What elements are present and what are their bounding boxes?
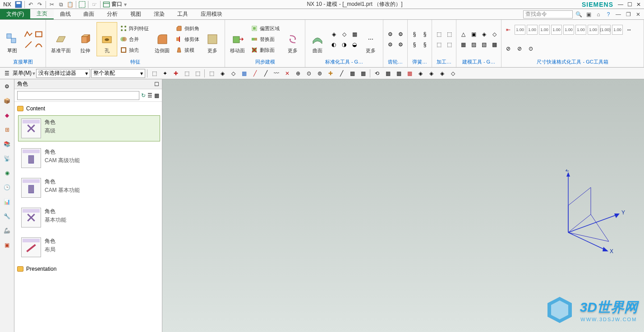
- file-tab[interactable]: 文件(F): [0, 9, 30, 19]
- shell-button[interactable]: 抽壳: [118, 45, 151, 55]
- paste-icon[interactable]: 📋: [66, 0, 74, 9]
- mach-ico3[interactable]: ⬚: [434, 40, 444, 50]
- surf-ico2[interactable]: ◇: [339, 29, 349, 39]
- arc-icon[interactable]: [34, 40, 44, 50]
- mt-ico4[interactable]: ◇: [489, 29, 499, 39]
- sel-ico14[interactable]: ⊕: [293, 68, 303, 78]
- list-view-icon[interactable]: ☰: [147, 92, 152, 99]
- save-icon[interactable]: [14, 0, 23, 9]
- sel-ico20[interactable]: ▦: [358, 68, 368, 78]
- maximize-button[interactable]: ☐: [626, 1, 633, 8]
- hole-button[interactable]: 孔: [97, 22, 117, 56]
- search-icon[interactable]: 🔍: [575, 10, 583, 18]
- trim-body-button[interactable]: 修剪体: [174, 34, 201, 44]
- gear-ico1[interactable]: ⚙: [385, 29, 395, 39]
- sel-ico16[interactable]: ⊚: [315, 68, 325, 78]
- folder-presentation[interactable]: Presentation: [16, 264, 160, 274]
- surf-ico3[interactable]: ▦: [350, 29, 359, 39]
- sel-ico5[interactable]: ⬚: [193, 68, 202, 78]
- system-icon[interactable]: 🔧: [2, 211, 13, 222]
- home-icon[interactable]: ⌂: [594, 10, 603, 18]
- undo-icon[interactable]: ↶: [27, 0, 35, 9]
- view-ico8[interactable]: ◇: [448, 68, 458, 78]
- dim-val-3[interactable]: 1.00: [539, 25, 550, 35]
- combine-button[interactable]: 合并: [118, 34, 151, 44]
- chamfer-button[interactable]: 倒斜角: [174, 23, 201, 33]
- window-icon[interactable]: [102, 0, 110, 9]
- folder-content[interactable]: Content: [16, 104, 160, 114]
- close-button[interactable]: ✕: [635, 1, 642, 8]
- robot-icon[interactable]: 🦾: [2, 225, 13, 236]
- sel-ico17[interactable]: ✚: [326, 68, 336, 78]
- sel-ico18[interactable]: ╱: [336, 68, 346, 78]
- cut-icon[interactable]: ✂: [48, 0, 56, 9]
- tab-home[interactable]: 主页: [30, 9, 54, 19]
- mdi-close-icon[interactable]: ✕: [634, 10, 642, 18]
- tab-analysis[interactable]: 分析: [101, 9, 124, 19]
- window-menu-label[interactable]: 窗口: [111, 0, 122, 8]
- mdi-minimize-icon[interactable]: —: [614, 10, 622, 18]
- mt-ico8[interactable]: ▩: [489, 40, 499, 50]
- dim-ico3[interactable]: ⊘: [503, 44, 513, 54]
- tab-view[interactable]: 视图: [124, 9, 147, 19]
- datum-plane-button[interactable]: 基准平面: [48, 22, 74, 56]
- help-icon[interactable]: ?: [604, 10, 612, 18]
- view-ico3[interactable]: ▦: [394, 68, 404, 78]
- feed-icon[interactable]: 📡: [2, 153, 13, 164]
- move-face-button[interactable]: 移动面: [227, 22, 248, 56]
- select-icon[interactable]: [78, 0, 86, 9]
- spring-ico2[interactable]: §: [420, 29, 430, 39]
- surf-ico6[interactable]: ◒: [350, 40, 359, 50]
- gear-ico2[interactable]: ⚙: [396, 29, 405, 39]
- layout-icon[interactable]: ▣: [584, 10, 593, 18]
- mt-ico6[interactable]: ▨: [469, 40, 478, 50]
- role-item-cam-basic[interactable]: 角色CAM 基本功能: [18, 175, 160, 201]
- dim-val-5[interactable]: 1.00: [563, 25, 574, 35]
- reuse-lib-icon[interactable]: 📚: [2, 139, 13, 150]
- tab-tools[interactable]: 工具: [171, 9, 194, 19]
- rectangle-icon[interactable]: [34, 29, 44, 39]
- sel-ico2[interactable]: ✦: [160, 68, 170, 78]
- pattern-button[interactable]: 阵列特征: [118, 23, 151, 33]
- sel-ico7[interactable]: ◈: [217, 68, 227, 78]
- surface-button[interactable]: 曲面: [307, 22, 328, 56]
- mt-ico7[interactable]: ▧: [479, 40, 489, 50]
- spring-ico4[interactable]: §: [420, 40, 430, 50]
- dim-ico5[interactable]: ⊙: [526, 44, 536, 54]
- dim-val-2[interactable]: 1.00: [527, 25, 538, 35]
- constraint-nav-icon[interactable]: ⊞: [2, 124, 13, 135]
- dim-val-9[interactable]: 1.00: [612, 25, 623, 35]
- assembly-nav-icon[interactable]: ◆: [2, 110, 13, 121]
- sync-more-button[interactable]: 更多: [282, 22, 303, 56]
- dim-ico2[interactable]: ↔: [624, 25, 634, 35]
- sel-ico6[interactable]: ⬚: [207, 68, 216, 78]
- edge-blend-button[interactable]: 边倒圆: [152, 22, 173, 56]
- history-icon[interactable]: 🕒: [2, 182, 13, 193]
- view-ico5[interactable]: ◈: [415, 68, 425, 78]
- sel-ico19[interactable]: ▦: [347, 68, 357, 78]
- dim-ico4[interactable]: ⊘: [515, 44, 524, 54]
- grid-view-icon[interactable]: ▦: [154, 92, 159, 99]
- view-ico7[interactable]: ◈: [437, 68, 447, 78]
- gear-icon[interactable]: ⚙: [2, 81, 13, 92]
- sel-ico10[interactable]: ╱: [250, 68, 260, 78]
- dim-val-8[interactable]: (1.00): [600, 25, 611, 35]
- mach-ico1[interactable]: ⬚: [434, 29, 444, 39]
- dim-val-6[interactable]: 1.00: [575, 25, 586, 35]
- refresh-icon[interactable]: ↻: [141, 92, 146, 99]
- panel-filter-combo[interactable]: [17, 91, 139, 100]
- mt-ico1[interactable]: △: [458, 29, 468, 39]
- delete-face-button[interactable]: 删除面: [249, 45, 281, 55]
- role-item-basic[interactable]: 角色基本功能: [18, 205, 160, 231]
- surface-more-button[interactable]: ⋯更多: [360, 22, 381, 56]
- surf-ico1[interactable]: ◈: [329, 29, 339, 39]
- mach-ico4[interactable]: ⬚: [444, 40, 454, 50]
- palette-icon[interactable]: 📊: [2, 196, 13, 207]
- dim-val-7[interactable]: 1.00: [588, 25, 598, 35]
- surf-ico5[interactable]: ◑: [339, 40, 349, 50]
- role-item-advanced[interactable]: 角色高级: [18, 115, 160, 141]
- roles-icon[interactable]: ◉: [2, 168, 13, 178]
- draft-button[interactable]: 拔模: [174, 45, 201, 55]
- sel-ico15[interactable]: ⊙: [304, 68, 314, 78]
- part-nav-icon[interactable]: 📦: [2, 96, 13, 106]
